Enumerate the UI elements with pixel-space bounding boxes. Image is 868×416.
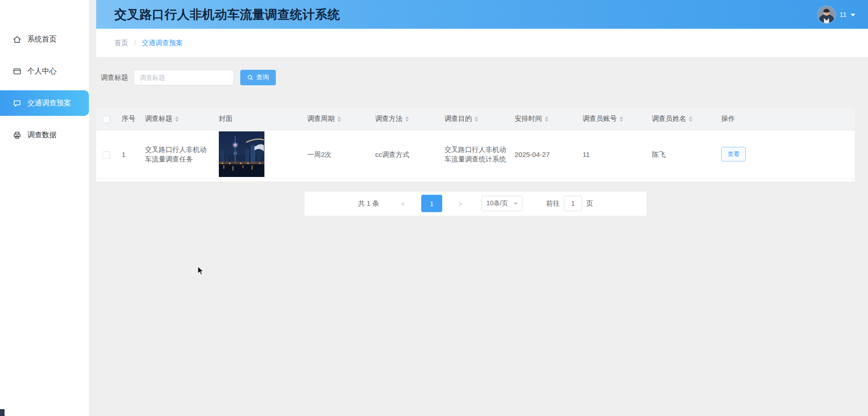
- header-survey-purpose[interactable]: 调查目的: [439, 108, 509, 130]
- cell-survey-purpose: 交叉路口行人非机动车流量调查统计系统: [439, 130, 509, 178]
- select-all-checkbox[interactable]: [103, 116, 110, 123]
- sort-carets-icon: [175, 116, 179, 122]
- breadcrumb-item-current[interactable]: 交通调查预案: [142, 39, 183, 47]
- sort-carets-icon: [475, 116, 478, 122]
- breadcrumb-item-home[interactable]: 首页: [114, 39, 128, 47]
- bottom-left-strip: [0, 409, 5, 416]
- cover-image-night-city[interactable]: [219, 131, 264, 177]
- search-button[interactable]: 查询: [240, 70, 276, 85]
- sort-carets-icon: [689, 116, 692, 122]
- chevron-down-icon: [851, 14, 855, 16]
- page-size-select[interactable]: 10条/页: [481, 196, 522, 211]
- cell-index: 1: [116, 130, 140, 178]
- search-button-label: 查询: [256, 73, 269, 82]
- search-bar: 调查标题 查询: [101, 70, 855, 85]
- page-size-value: 10条/页: [486, 199, 508, 208]
- table-header-row: 序号 调查标题 封面 调查周期 调查方法 调查目的 安排时间 调查员账号 调查员…: [96, 108, 855, 130]
- pagination-total: 共 1 条: [358, 199, 379, 208]
- cell-survey-title: 交叉路口行人非机动车流量调查任务: [140, 130, 213, 178]
- cell-survey-method: cc调查方式: [370, 130, 439, 178]
- profile-icon: [13, 67, 21, 76]
- row-checkbox[interactable]: [103, 151, 110, 159]
- goto-prefix-label: 前往: [546, 199, 560, 208]
- search-input[interactable]: [134, 70, 234, 85]
- sort-carets-icon: [545, 116, 548, 122]
- header-index: 序号: [116, 108, 140, 130]
- sidebar: 系统首页 个人中心 交通调查预案 调查数据: [0, 0, 89, 416]
- cell-cover: [213, 130, 302, 178]
- sort-carets-icon: [620, 116, 623, 122]
- database-icon: [13, 131, 21, 140]
- search-label: 调查标题: [101, 73, 128, 82]
- survey-table: 序号 调查标题 封面 调查周期 调查方法 调查目的 安排时间 调查员账号 调查员…: [96, 108, 855, 179]
- search-icon: [247, 74, 253, 81]
- cell-surveyor-account: 11: [577, 130, 646, 178]
- sort-carets-icon: [337, 116, 341, 122]
- user-menu[interactable]: 11: [818, 6, 855, 23]
- sidebar-item-personal-center[interactable]: 个人中心: [0, 58, 89, 84]
- header-survey-cycle[interactable]: 调查周期: [302, 108, 370, 130]
- survey-table-card: 序号 调查标题 封面 调查周期 调查方法 调查目的 安排时间 调查员账号 调查员…: [96, 108, 855, 182]
- table-row: 1 交叉路口行人非机动车流量调查任务: [96, 130, 855, 178]
- home-icon: [13, 35, 21, 44]
- pagination-goto: 前往 页: [546, 196, 593, 211]
- header-cover: 封面: [213, 108, 302, 130]
- breadcrumb-separator: /: [134, 39, 136, 47]
- main-area: 交叉路口行人非机动车流量调查统计系统 11 首页 / 交通调查预案: [96, 0, 868, 416]
- view-button[interactable]: 查看: [721, 147, 746, 161]
- sort-carets-icon: [405, 116, 409, 122]
- chevron-down-icon: [513, 203, 518, 205]
- username: 11: [839, 10, 847, 18]
- header-survey-method[interactable]: 调查方法: [370, 108, 439, 130]
- pagination-prev-button[interactable]: <: [399, 200, 407, 208]
- header-surveyor-name[interactable]: 调查员姓名: [646, 108, 716, 130]
- header-survey-title[interactable]: 调查标题: [140, 108, 213, 130]
- sidebar-item-system-home[interactable]: 系统首页: [0, 26, 89, 52]
- sidebar-item-label: 调查数据: [27, 130, 57, 140]
- user-avatar[interactable]: [818, 6, 835, 23]
- app-header: 交叉路口行人非机动车流量调查统计系统 11: [96, 0, 868, 29]
- pagination-page-1[interactable]: 1: [421, 195, 442, 212]
- pagination-next-button[interactable]: >: [457, 200, 464, 208]
- goto-page-input[interactable]: [564, 196, 582, 211]
- cell-survey-cycle: 一周2次: [302, 130, 370, 178]
- sidebar-item-label: 系统首页: [27, 35, 57, 44]
- header-surveyor-account[interactable]: 调查员账号: [577, 108, 646, 130]
- sidebar-item-survey-data[interactable]: 调查数据: [0, 122, 89, 148]
- header-actions: 操作: [716, 108, 855, 130]
- content: 调查标题 查询: [96, 57, 855, 216]
- app-root: 系统首页 个人中心 交通调查预案 调查数据 交叉路口行人非机动车流量调查统计系统: [0, 0, 868, 416]
- header-scheduled-time[interactable]: 安排时间: [509, 108, 577, 130]
- page-title: 交叉路口行人非机动车流量调查统计系统: [114, 6, 340, 23]
- sidebar-item-label: 个人中心: [27, 67, 57, 76]
- pagination: 共 1 条 < 1 > 10条/页 前往 页: [305, 192, 646, 216]
- goto-suffix-label: 页: [586, 199, 593, 208]
- cell-surveyor-name: 陈飞: [646, 130, 716, 178]
- cell-actions: 查看: [716, 130, 855, 178]
- sidebar-item-label: 交通调查预案: [27, 99, 71, 108]
- cell-scheduled-time: 2025-04-27: [509, 130, 577, 178]
- sidebar-item-traffic-survey-plan[interactable]: 交通调查预案: [0, 90, 89, 116]
- breadcrumb: 首页 / 交通调查预案: [96, 29, 868, 57]
- message-icon: [13, 99, 21, 108]
